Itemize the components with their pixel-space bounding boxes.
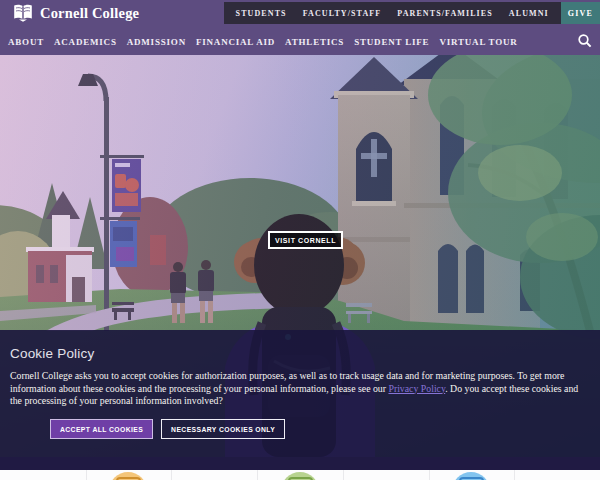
cornell-college-homepage: Cornell College STUDENTS FACULTY/STAFF P…: [0, 0, 600, 480]
utility-link-students[interactable]: STUDENTS: [228, 9, 295, 18]
column-divider: [429, 470, 430, 480]
column-divider: [514, 470, 515, 480]
site-title: Cornell College: [40, 5, 139, 22]
column-divider: [257, 470, 258, 480]
nav-link-athletics[interactable]: ATHLETICS: [285, 37, 344, 47]
give-button[interactable]: GIVE: [561, 2, 600, 24]
cookie-policy-text: Cornell College asks you to accept cooki…: [10, 370, 590, 408]
utility-links: STUDENTS FACULTY/STAFF PARENTS/FAMILIES …: [224, 2, 561, 24]
cookie-buttons: ACCEPT ALL COOKIES NECESSARY COOKIES ONL…: [50, 419, 285, 439]
privacy-policy-link[interactable]: Privacy Policy: [388, 383, 445, 394]
open-book-icon: [12, 3, 34, 23]
column-divider: [86, 470, 87, 480]
utility-nav: STUDENTS FACULTY/STAFF PARENTS/FAMILIES …: [224, 2, 600, 24]
visit-cornell-button[interactable]: VISIT CORNELL: [268, 231, 343, 249]
utility-link-alumni[interactable]: ALUMNI: [501, 9, 557, 18]
nav-link-admission[interactable]: ADMISSION: [127, 37, 186, 47]
necessary-cookies-only-button[interactable]: NECESSARY COOKIES ONLY: [161, 419, 285, 439]
main-navigation: ABOUT ACADEMICS ADMISSION FINANCIAL AID …: [0, 28, 600, 55]
nav-link-financial-aid[interactable]: FINANCIAL AID: [196, 37, 275, 47]
cookie-policy-banner: Cookie Policy Cornell College asks you t…: [0, 330, 600, 470]
top-bar: Cornell College STUDENTS FACULTY/STAFF P…: [0, 0, 600, 28]
nav-link-about[interactable]: ABOUT: [8, 37, 44, 47]
column-divider: [171, 470, 172, 480]
nav-link-academics[interactable]: ACADEMICS: [54, 37, 117, 47]
search-icon[interactable]: [577, 33, 593, 49]
column-divider: [343, 470, 344, 480]
site-logo[interactable]: Cornell College: [12, 3, 139, 23]
utility-link-faculty-staff[interactable]: FACULTY/STAFF: [295, 9, 390, 18]
nav-link-student-life[interactable]: STUDENT LIFE: [354, 37, 429, 47]
cookie-policy-title: Cookie Policy: [10, 346, 600, 361]
utility-link-parents-families[interactable]: PARENTS/FAMILIES: [389, 9, 501, 18]
nav-link-virtual-tour[interactable]: VIRTUAL TOUR: [439, 37, 517, 47]
accept-all-cookies-button[interactable]: ACCEPT ALL COOKIES: [50, 419, 153, 439]
